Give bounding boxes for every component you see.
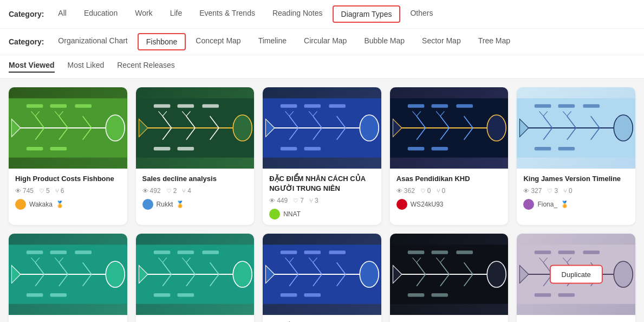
card-card3[interactable]: ĐẶC ĐIỂM NHÂN CÁCH CỦA NGƯỜI TRUNG NIÊN … bbox=[263, 87, 381, 225]
heart-icon: ♡ bbox=[293, 197, 298, 204]
like-count: ♡ 3 bbox=[547, 187, 558, 195]
top-cat-item-others[interactable]: Others bbox=[402, 5, 440, 23]
tab-most-viewed[interactable]: Most Viewed bbox=[9, 61, 55, 73]
sub-cat-item-sector[interactable]: Sector Map bbox=[414, 33, 469, 50]
sub-category-items: Organizational ChartFishboneConcept MapT… bbox=[50, 33, 518, 50]
sub-cat-item-timeline[interactable]: Timeline bbox=[251, 33, 294, 50]
card-title: High Product Costs Fishbone bbox=[15, 174, 121, 184]
author-gold-badge: 🏅 bbox=[56, 201, 64, 208]
sub-cat-item-circular[interactable]: Circular Map bbox=[296, 33, 354, 50]
card-body-card7: Fishbone Diagram Example 👁 304 ♡ 0 ⑂ 0 F… bbox=[136, 315, 255, 322]
svg-rect-125 bbox=[177, 293, 194, 297]
card-card10[interactable]: DuplicateFishbone for engineering 👁 253 … bbox=[517, 234, 635, 322]
card-title: Asas Pendidikan KHD bbox=[396, 174, 502, 184]
card-card2[interactable]: Sales decline analysis 👁 492 ♡ 2 ⑂ 4 Ruk… bbox=[136, 87, 255, 225]
tab-items: Most ViewedMost LikedRecent Releases bbox=[9, 61, 175, 73]
tab-most-liked[interactable]: Most Liked bbox=[68, 61, 105, 73]
svg-rect-53 bbox=[304, 147, 321, 151]
author-gold-badge: 🏅 bbox=[176, 201, 184, 208]
svg-rect-139 bbox=[281, 251, 297, 255]
top-cat-item-diagram[interactable]: Diagram Types bbox=[333, 5, 401, 23]
card-thumb-card1 bbox=[9, 87, 127, 169]
content-area: High Product Costs Fishbone 👁 745 ♡ 5 ⑂ … bbox=[0, 79, 644, 322]
svg-rect-142 bbox=[281, 293, 297, 297]
author-avatar bbox=[269, 209, 280, 220]
fork-icon: ⑂ bbox=[55, 188, 59, 194]
svg-rect-67 bbox=[408, 104, 425, 108]
tab-recent[interactable]: Recent Releases bbox=[117, 61, 175, 73]
sub-cat-item-bubble[interactable]: Bubble Map bbox=[356, 33, 412, 50]
svg-rect-85 bbox=[535, 104, 551, 108]
card-card9[interactable]: Reduce time of devices grading process i… bbox=[390, 234, 509, 322]
sub-category-label: Category: bbox=[9, 37, 44, 46]
svg-point-74 bbox=[614, 115, 633, 141]
card-card8[interactable]: Đại hội VI (12.1986) 👁 226 ♡ 2 ⑂ 0 Tân N… bbox=[263, 234, 381, 322]
top-cat-item-education[interactable]: Education bbox=[76, 5, 125, 23]
svg-rect-157 bbox=[408, 251, 425, 255]
svg-rect-33 bbox=[202, 104, 219, 108]
card-card4[interactable]: Asas Pendidikan KHD 👁 362 ♡ 0 ⑂ 0 WS24kU… bbox=[390, 87, 509, 225]
svg-rect-159 bbox=[456, 251, 473, 255]
view-count: 👁 449 bbox=[269, 197, 288, 204]
card-body-card9: Reduce time of devices grading process i… bbox=[390, 315, 509, 322]
svg-rect-49 bbox=[281, 104, 297, 108]
sub-category-bar: Category: Organizational ChartFishboneCo… bbox=[0, 29, 644, 55]
author-name: Fiona_ bbox=[537, 201, 557, 208]
svg-point-164 bbox=[614, 261, 633, 287]
card-card7[interactable]: Fishbone Diagram Example 👁 304 ♡ 0 ⑂ 0 F… bbox=[136, 234, 255, 322]
top-cat-item-events[interactable]: Events & Trends bbox=[192, 5, 263, 23]
svg-rect-124 bbox=[153, 293, 170, 297]
svg-point-38 bbox=[360, 115, 379, 141]
heart-icon: ♡ bbox=[547, 188, 552, 195]
sub-cat-item-treemap[interactable]: Tree Map bbox=[471, 33, 518, 50]
top-cat-item-reading[interactable]: Reading Notes bbox=[265, 5, 330, 23]
eye-icon: 👁 bbox=[15, 188, 21, 194]
card-body-card4: Asas Pendidikan KHD 👁 362 ♡ 0 ⑂ 0 WS24kU… bbox=[390, 169, 509, 215]
duplicate-button[interactable]: Duplicate bbox=[550, 265, 603, 284]
top-category-row: Category: AllEducationWorkLifeEvents & T… bbox=[9, 0, 635, 28]
like-count: ♡ 0 bbox=[420, 187, 431, 195]
card-card6[interactable]: Capstone Phase Timeline for Projects 👁 2… bbox=[9, 234, 127, 322]
svg-rect-106 bbox=[27, 293, 43, 297]
top-cat-item-work[interactable]: Work bbox=[127, 5, 160, 23]
author-gold-badge: 🏅 bbox=[561, 201, 569, 208]
svg-rect-34 bbox=[153, 147, 170, 151]
card-thumb-card9 bbox=[390, 234, 509, 315]
heart-icon: ♡ bbox=[39, 188, 44, 195]
sub-cat-item-fishbone[interactable]: Fishbone bbox=[138, 33, 186, 50]
svg-rect-161 bbox=[431, 293, 448, 297]
card-author: NNAT bbox=[269, 209, 375, 220]
svg-rect-121 bbox=[153, 251, 170, 255]
svg-rect-177 bbox=[583, 251, 600, 255]
svg-rect-14 bbox=[50, 104, 67, 108]
svg-rect-13 bbox=[27, 104, 43, 108]
like-count: ♡ 7 bbox=[293, 197, 304, 204]
card-thumb-card5 bbox=[517, 87, 635, 169]
fork-icon: ⑂ bbox=[182, 188, 186, 194]
svg-rect-15 bbox=[75, 104, 92, 108]
card-thumb-card10: Duplicate bbox=[517, 234, 635, 315]
svg-point-56 bbox=[487, 115, 506, 141]
sub-cat-item-org[interactable]: Organizational Chart bbox=[50, 33, 135, 50]
card-stats: 👁 492 ♡ 2 ⑂ 4 bbox=[142, 187, 248, 195]
card-title: King James Version Timeline bbox=[523, 174, 629, 184]
fork-count: ⑂ 4 bbox=[182, 187, 191, 195]
card-card5[interactable]: King James Version Timeline 👁 327 ♡ 3 ⑂ … bbox=[517, 87, 635, 225]
svg-rect-68 bbox=[431, 104, 448, 108]
card-card1[interactable]: High Product Costs Fishbone 👁 745 ♡ 5 ⑂ … bbox=[9, 87, 127, 225]
top-cat-item-life[interactable]: Life bbox=[162, 5, 190, 23]
card-thumb-card4 bbox=[390, 87, 509, 169]
like-count: ♡ 2 bbox=[166, 187, 177, 195]
svg-rect-17 bbox=[50, 147, 67, 151]
sub-cat-item-concept[interactable]: Concept Map bbox=[188, 33, 248, 50]
svg-rect-88 bbox=[535, 147, 551, 151]
sub-category-row: Category: Organizational ChartFishboneCo… bbox=[9, 29, 635, 55]
card-thumb-card8 bbox=[263, 234, 381, 315]
card-author: Fiona_🏅 bbox=[523, 199, 629, 210]
top-cat-item-all[interactable]: All bbox=[50, 5, 74, 23]
svg-rect-87 bbox=[583, 104, 600, 108]
fork-icon: ⑂ bbox=[437, 188, 440, 194]
card-body-card5: King James Version Timeline 👁 327 ♡ 3 ⑂ … bbox=[517, 169, 635, 215]
svg-point-110 bbox=[233, 261, 252, 287]
svg-rect-105 bbox=[75, 251, 92, 255]
